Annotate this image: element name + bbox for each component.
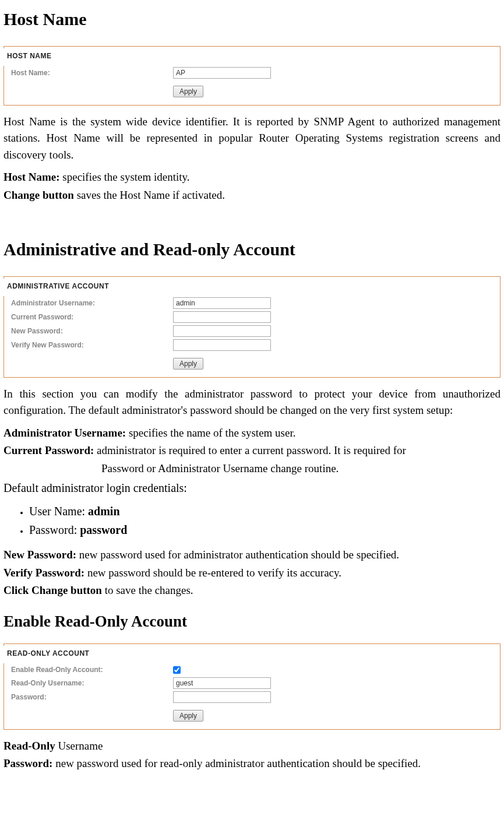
admin-def-currentpw2: Password or Administrator Username chang…	[3, 460, 501, 477]
admin-username-input[interactable]	[173, 297, 271, 309]
admin-description: In this section you can modify the admin…	[3, 386, 501, 419]
current-password-input[interactable]	[173, 311, 271, 323]
verify-password-input[interactable]	[173, 339, 271, 351]
readonly-title: Enable Read-Only Account	[3, 610, 501, 634]
readonly-apply-button[interactable]: Apply	[173, 710, 203, 722]
default-credentials-list: User Name: admin Password: password	[3, 502, 501, 539]
hostname-panel-header: HOST NAME	[3, 48, 55, 66]
hostname-title: Host Name	[3, 6, 501, 32]
admin-apply-button[interactable]: Apply	[173, 358, 203, 370]
readonly-password-label: Password:	[9, 692, 173, 702]
creds-intro: Default administrator login credentials:	[3, 479, 501, 497]
admin-title: Administrative and Read-only Account	[3, 236, 501, 262]
verify-password-label: Verify New Password:	[9, 340, 173, 350]
cred-username: User Name: admin	[29, 502, 501, 520]
hostname-description: Host Name is the system wide device iden…	[3, 114, 501, 164]
readonly-username-label: Read-Only Username:	[9, 678, 173, 688]
admin-def-currentpw: Current Password: administrator is requi…	[3, 442, 501, 459]
hostname-field-label: Host Name:	[9, 68, 173, 78]
admin-panel-header: ADMINISTRATIVE ACCOUNT	[3, 279, 112, 296]
enable-readonly-checkbox[interactable]	[173, 666, 181, 674]
hostname-def1: Host Name: specifies the system identity…	[3, 169, 501, 186]
new-password-input[interactable]	[173, 325, 271, 337]
hostname-def2: Change button saves the Host Name if act…	[3, 187, 501, 204]
hostname-panel: HOST NAME Host Name: Apply	[3, 46, 501, 105]
admin-def-click: Click Change button to save the changes.	[3, 582, 501, 599]
readonly-password-input[interactable]	[173, 691, 271, 703]
readonly-def-password: Password: new password used for read-onl…	[3, 755, 501, 772]
hostname-apply-button[interactable]: Apply	[173, 86, 203, 97]
readonly-panel-header: READ-ONLY ACCOUNT	[3, 646, 93, 663]
admin-def-verifypw: Verify Password: new password should be …	[3, 565, 501, 582]
new-password-label: New Password:	[9, 326, 173, 336]
hostname-input[interactable]	[173, 67, 271, 79]
readonly-username-input[interactable]	[173, 677, 271, 689]
current-password-label: Current Password:	[9, 312, 173, 322]
readonly-def-username: Read-Only Username	[3, 738, 501, 755]
readonly-panel: READ-ONLY ACCOUNT Enable Read-Only Accou…	[3, 643, 501, 730]
enable-readonly-label: Enable Read-Only Account:	[9, 664, 173, 675]
admin-def-newpw: New Password: new password used for admi…	[3, 547, 501, 564]
admin-def-username: Administrator Username: specifies the na…	[3, 425, 501, 442]
cred-password: Password: password	[29, 521, 501, 539]
admin-panel: ADMINISTRATIVE ACCOUNT Administrator Use…	[3, 276, 501, 378]
admin-username-label: Administrator Username:	[9, 298, 173, 308]
